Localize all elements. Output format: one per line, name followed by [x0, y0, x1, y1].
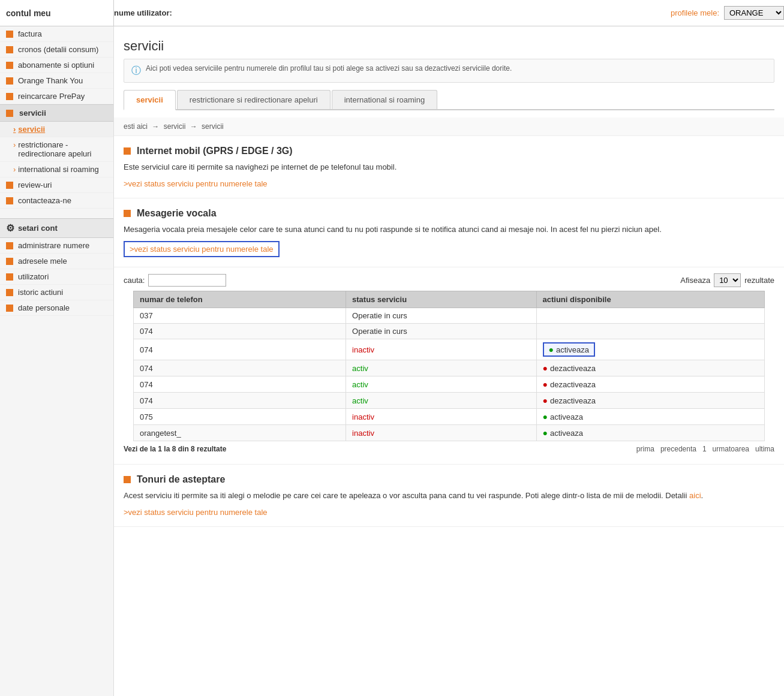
pagination-precedenta[interactable]: precedenta	[660, 445, 696, 453]
gear-icon: ⚙	[6, 222, 14, 234]
activate-button[interactable]: ● activeaza	[543, 428, 758, 438]
cell-action	[536, 324, 764, 339]
sidebar-item-label: administrare numere	[18, 241, 89, 250]
info-box: ⓘ Aici poti vedea serviciile pentru nume…	[124, 59, 774, 83]
sidebar-item-label: date personale	[18, 303, 70, 312]
table-controls: cauta: Afiseaza 10 rezultate	[114, 267, 784, 291]
section-tonuri-desc: Acest serviciu iti permite sa iti alegi …	[124, 490, 774, 502]
sidebar-item-utilizatori[interactable]: utilizatori	[0, 269, 113, 285]
tonuri-desc-text: Acest serviciu iti permite sa iti alegi …	[124, 491, 687, 500]
sidebar-item-abonamente[interactable]: abonamente si optiuni	[0, 58, 113, 73]
breadcrumb: esti aici → servicii → servicii	[114, 117, 784, 136]
sidebar-item-factura[interactable]: factura	[0, 26, 113, 42]
deactivate-button[interactable]: ● dezactiveaza	[543, 379, 758, 389]
cell-number: 074	[134, 376, 346, 393]
deactivate-button[interactable]: ● dezactiveaza	[543, 396, 758, 405]
internet-status-link[interactable]: >vezi status serviciu pentru numerele ta…	[124, 179, 268, 188]
page-title: servicii	[124, 38, 774, 54]
cell-status: inactiv	[346, 409, 536, 425]
tonuri-status-link[interactable]: >vezi status serviciu pentru numerele ta…	[124, 508, 268, 517]
profile-select[interactable]: ORANGE	[724, 6, 784, 20]
section-mesagerie-desc: Mesageria vocala preia mesajele celor ca…	[124, 224, 774, 236]
table-row: orangetest_inactiv● activeaza	[134, 425, 765, 441]
sidebar-item-date-personale[interactable]: date personale	[0, 300, 113, 316]
top-header: contul meu nume utilizator: profilele me…	[0, 0, 784, 26]
dot-red-icon: ●	[543, 363, 548, 373]
activate-button-boxed[interactable]: ● activeaza	[543, 342, 595, 357]
section-mesagerie: Mesagerie vocala Mesageria vocala preia …	[114, 198, 784, 268]
tab-international[interactable]: international si roaming	[332, 90, 437, 109]
afiseaza-select[interactable]: 10	[714, 273, 741, 287]
cell-action: ● dezactiveaza	[536, 376, 764, 393]
table-header-row: numar de telefon status serviciu actiuni…	[134, 291, 765, 308]
breadcrumb-arrow: →	[152, 122, 161, 131]
cell-status: activ	[346, 360, 536, 376]
sidebar-item-label: review-uri	[18, 180, 52, 189]
sidebar-group-label: servicii	[19, 109, 46, 117]
section-mesagerie-title: Mesagerie vocala	[124, 208, 774, 219]
info-icon: ⓘ	[131, 65, 141, 77]
pagination-prima[interactable]: prima	[636, 445, 654, 453]
table-row: 074activ● dezactiveaza	[134, 376, 765, 393]
section-title-text: Tonuri de asteptare	[137, 474, 225, 485]
sidebar-item-istoric-actiuni[interactable]: istoric actiuni	[0, 285, 113, 300]
username-label: nume utilizator:	[114, 8, 172, 17]
sidebar-item-cronos[interactable]: cronos (detalii consum)	[0, 42, 113, 58]
sidebar-sub-label: international si roaming	[18, 165, 98, 174]
cell-number: 074	[134, 360, 346, 376]
data-table: numar de telefon status serviciu actiuni…	[133, 291, 765, 441]
cell-number: 075	[134, 409, 346, 425]
cell-action: ● dezactiveaza	[536, 360, 764, 376]
pagination-row: Vezi de la 1 la 8 din 8 rezultate prima …	[114, 441, 784, 457]
square-icon	[6, 305, 13, 312]
section-internet-desc: Este serviciul care iti permite sa navig…	[124, 161, 774, 173]
square-icon	[6, 197, 13, 204]
tonuri-here-link[interactable]: aici	[689, 491, 701, 500]
pagination-page-1[interactable]: 1	[702, 445, 707, 453]
top-center: nume utilizator: profilele mele: ORANGE	[114, 0, 784, 26]
breadcrumb-item: servicii	[164, 122, 186, 131]
pagination-links: prima precedenta 1 urmatoarea ultima	[636, 445, 774, 453]
cell-status: activ	[346, 393, 536, 409]
tab-restrictionare[interactable]: restrictionare si redirectionare apeluri	[177, 90, 331, 109]
col-actiuni: actiuni disponibile	[536, 291, 764, 308]
sidebar-item-contacteaza-ne[interactable]: contacteaza-ne	[0, 193, 113, 209]
square-icon	[6, 242, 13, 249]
sidebar-item-label: istoric actiuni	[18, 288, 63, 297]
sidebar-item-adresele-mele[interactable]: adresele mele	[0, 254, 113, 269]
info-text: Aici poti vedea serviciile pentru numere…	[146, 64, 512, 73]
square-icon	[6, 77, 13, 85]
sidebar-item-servicii-sub[interactable]: › servicii	[0, 122, 113, 137]
section-square-icon	[124, 476, 131, 483]
mesagerie-status-link[interactable]: >vezi status serviciu pentru numerele ta…	[124, 241, 280, 257]
pagination-urmatoarea[interactable]: urmatoarea	[713, 445, 749, 453]
sidebar-item-restrictionare[interactable]: › restrictionare - redirectionare apelur…	[0, 137, 113, 162]
dot-red-icon: ●	[543, 396, 548, 405]
col-numar: numar de telefon	[134, 291, 346, 308]
deactivate-button[interactable]: ● dezactiveaza	[543, 363, 758, 373]
cell-number: orangetest_	[134, 425, 346, 441]
tab-servicii[interactable]: servicii	[124, 90, 176, 110]
sidebar-item-label: reincarcare PrePay	[18, 92, 85, 101]
sidebar-group-servicii[interactable]: servicii	[0, 104, 113, 122]
sidebar-item-reincarcare[interactable]: reincarcare PrePay	[0, 89, 113, 104]
cell-status: inactiv	[346, 425, 536, 441]
sidebar-spacer	[0, 209, 113, 218]
cell-action: ● activeaza	[536, 425, 764, 441]
table-row: 037Operatie in curs	[134, 308, 765, 324]
sidebar-item-administrare-numere[interactable]: administrare numere	[0, 238, 113, 254]
pagination-ultima[interactable]: ultima	[755, 445, 774, 453]
sidebar-item-international[interactable]: › international si roaming	[0, 162, 113, 177]
cell-action: ● activeaza	[536, 339, 764, 360]
activate-button[interactable]: ● activeaza	[543, 412, 758, 421]
cell-action	[536, 308, 764, 324]
square-icon	[6, 31, 13, 38]
col-status: status serviciu	[346, 291, 536, 308]
square-icon	[6, 182, 13, 189]
afiseaza-label: Afiseaza	[680, 276, 710, 285]
dot-green-icon: ●	[543, 428, 548, 438]
search-input[interactable]	[148, 274, 226, 287]
sidebar-item-orange-thank-you[interactable]: Orange Thank You	[0, 73, 113, 89]
arrow-icon: ›	[13, 165, 16, 174]
sidebar-item-review-uri[interactable]: review-uri	[0, 177, 113, 193]
